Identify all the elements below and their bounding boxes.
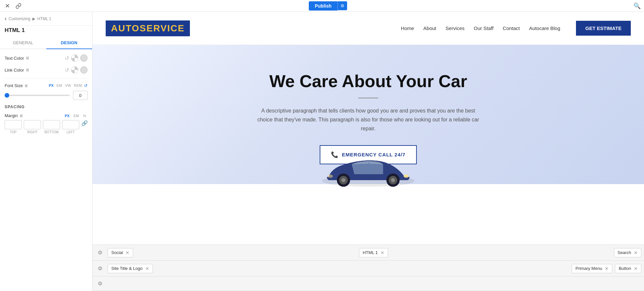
monitor-icon-4: 🖥 xyxy=(19,113,23,118)
widget-bar: ⚙ Social ✕ HTML 1 ✕ Search ✕ ⚙ xyxy=(92,244,644,291)
margin-units: PX EM % xyxy=(63,113,88,118)
nav-services[interactable]: Services xyxy=(446,25,465,31)
widget-social[interactable]: Social ✕ xyxy=(108,248,133,257)
widget-html1-label: HTML 1 xyxy=(363,250,378,255)
publish-group: Publish ⚙ xyxy=(309,1,347,11)
margin-unit-percent[interactable]: % xyxy=(82,113,88,118)
margin-bottom-label: BOTTOM xyxy=(45,130,59,134)
logo-prefix: AUTO xyxy=(111,23,140,33)
panel-tabs: GENERAL DESIGN xyxy=(0,37,92,49)
font-size-slider[interactable] xyxy=(5,95,70,96)
link-color-reset-icon[interactable]: ↺ xyxy=(65,67,69,73)
monitor-icon-3: 🖥 xyxy=(24,83,28,88)
nav-home[interactable]: Home xyxy=(401,25,414,31)
widget-search-close[interactable]: ✕ xyxy=(634,250,638,255)
cta-button[interactable]: GET ESTIMATE xyxy=(576,21,631,36)
breadcrumb-page: HTML 1 xyxy=(37,16,51,21)
font-size-reset-icon[interactable]: ↺ xyxy=(84,83,88,88)
widget-primarymenu[interactable]: Primary Menu ✕ xyxy=(572,264,612,273)
tab-design[interactable]: DESIGN xyxy=(46,37,92,49)
widget-sitelogo-close[interactable]: ✕ xyxy=(145,266,149,271)
widget-row-2: ⚙ Site Title & Logo ✕ Primary Menu ✕ But… xyxy=(92,261,644,276)
breadcrumb: ‹ Customizing ▶ HTML 1 xyxy=(0,12,92,26)
margin-inputs: TOP RIGHT BOTTOM LEFT 🔗 xyxy=(5,120,88,134)
font-size-row: Font Size 🖥 PX EM VW REM ↺ xyxy=(5,83,88,88)
text-color-controls: ↺ xyxy=(65,54,88,62)
widget-social-close[interactable]: ✕ xyxy=(125,250,129,255)
widget-search[interactable]: Search ✕ xyxy=(614,248,641,257)
font-size-label: Font Size 🖥 xyxy=(5,83,28,88)
margin-right-input[interactable] xyxy=(24,120,41,129)
margin-top-wrap: TOP xyxy=(5,120,22,134)
margin-label: Margin 🖥 xyxy=(5,113,28,118)
text-color-reset-icon[interactable]: ↺ xyxy=(65,55,69,61)
widget-gear-3[interactable]: ⚙ xyxy=(95,279,105,289)
margin-unit-em[interactable]: EM xyxy=(72,113,81,118)
back-button[interactable]: ‹ xyxy=(5,15,7,22)
margin-left-wrap: LEFT xyxy=(62,120,79,134)
widget-row-3: ⚙ xyxy=(92,276,644,291)
margin-bottom-input[interactable] xyxy=(43,120,60,129)
widget-button[interactable]: Button ✕ xyxy=(615,264,641,273)
widget-gear-2[interactable]: ⚙ xyxy=(95,264,105,274)
text-color-transparent-swatch[interactable] xyxy=(71,54,78,62)
unit-rem[interactable]: REM xyxy=(73,83,83,88)
unit-em[interactable]: EM xyxy=(55,83,63,88)
font-size-input[interactable]: 0 xyxy=(73,91,88,100)
margin-left-input[interactable] xyxy=(62,120,79,129)
svg-point-8 xyxy=(404,175,409,178)
link-icon[interactable] xyxy=(15,2,22,10)
svg-point-9 xyxy=(328,175,333,178)
margin-unit-px[interactable]: PX xyxy=(63,113,71,118)
widget-primarymenu-label: Primary Menu xyxy=(575,266,602,271)
widget-row-1: ⚙ Social ✕ HTML 1 ✕ Search ✕ xyxy=(92,245,644,261)
tab-general[interactable]: GENERAL xyxy=(0,37,46,49)
hero-title: We Care About Your Car xyxy=(269,71,467,91)
monitor-icon-2: 🖥 xyxy=(25,68,29,72)
unit-px[interactable]: PX xyxy=(48,83,55,88)
breadcrumb-customizing: Customizing xyxy=(9,16,30,21)
margin-link-icon[interactable]: 🔗 xyxy=(81,120,88,134)
widget-html1[interactable]: HTML 1 ✕ xyxy=(359,248,388,257)
margin-bottom-wrap: BOTTOM xyxy=(43,120,60,134)
nav-about[interactable]: About xyxy=(423,25,436,31)
widget-button-label: Button xyxy=(619,266,631,271)
divider-1 xyxy=(5,78,88,79)
site-header: AUTOSERVICE Home About Services Our Staf… xyxy=(92,12,644,45)
left-panel: ‹ Customizing ▶ HTML 1 HTML 1 GENERAL DE… xyxy=(0,12,92,291)
main-layout: ‹ Customizing ▶ HTML 1 HTML 1 GENERAL DE… xyxy=(0,12,644,291)
preview-pane: AUTOSERVICE Home About Services Our Staf… xyxy=(92,12,644,291)
text-color-solid-swatch[interactable] xyxy=(80,54,88,62)
widget-social-label: Social xyxy=(111,250,123,255)
font-size-units: PX EM VW REM ↺ xyxy=(48,83,88,88)
font-size-slider-row: 0 xyxy=(5,91,88,100)
widget-button-close[interactable]: ✕ xyxy=(634,266,638,271)
nav-contact[interactable]: Contact xyxy=(503,25,520,31)
widget-primarymenu-close[interactable]: ✕ xyxy=(605,266,609,271)
widget-sitelogo[interactable]: Site Title & Logo ✕ xyxy=(108,264,153,273)
margin-right-wrap: RIGHT xyxy=(24,120,41,134)
margin-right-label: RIGHT xyxy=(27,130,37,134)
link-color-controls: ↺ xyxy=(65,66,88,74)
logo-suffix: SERVICE xyxy=(140,23,185,33)
unit-vw[interactable]: VW xyxy=(64,83,72,88)
nav-blog[interactable]: Autocare Blog xyxy=(529,25,560,31)
text-color-label: Text Color 🖥 xyxy=(5,56,31,61)
close-icon[interactable]: ✕ xyxy=(3,2,11,10)
breadcrumb-separator: ▶ xyxy=(32,16,35,21)
nav-staff[interactable]: Our Staff xyxy=(474,25,494,31)
widget-html1-close[interactable]: ✕ xyxy=(380,250,384,255)
svg-point-4 xyxy=(341,178,345,182)
widget-search-label: Search xyxy=(618,250,631,255)
publish-button[interactable]: Publish xyxy=(309,1,338,11)
widget-gear-1[interactable]: ⚙ xyxy=(95,248,105,258)
spacing-section-title: SPACING xyxy=(5,105,88,109)
link-color-solid-swatch[interactable] xyxy=(80,66,88,74)
topbar-search-icon[interactable]: 🔍 xyxy=(633,2,641,10)
car-image xyxy=(319,151,418,191)
svg-point-7 xyxy=(391,178,395,182)
publish-settings-button[interactable]: ⚙ xyxy=(338,1,347,10)
margin-top-input[interactable] xyxy=(5,120,22,129)
hero-divider xyxy=(358,98,378,98)
link-color-transparent-swatch[interactable] xyxy=(71,66,78,74)
